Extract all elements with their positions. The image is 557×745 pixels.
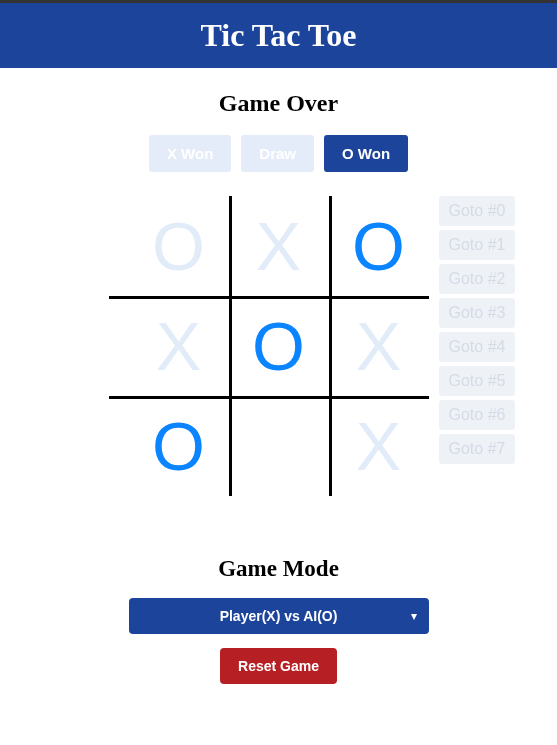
cell-4[interactable]: O [229, 296, 329, 396]
main-container: Game Over X Won Draw O Won O X O X O X O… [0, 90, 557, 724]
cell-7[interactable] [229, 396, 329, 496]
mode-select-wrap: Player(X) vs AI(O) [129, 598, 429, 634]
history-goto-6[interactable]: Goto #6 [439, 400, 516, 430]
game-status: Game Over [0, 90, 557, 117]
reset-button[interactable]: Reset Game [220, 648, 337, 684]
game-area: O X O X O X O X Goto #0 Goto #1 Goto [0, 196, 557, 496]
reset-row: Reset Game [0, 648, 557, 684]
mode-select[interactable]: Player(X) vs AI(O) [129, 598, 429, 634]
history-goto-4[interactable]: Goto #4 [439, 332, 516, 362]
cell-0[interactable]: O [129, 196, 229, 296]
game-board: O X O X O X O X [129, 196, 429, 496]
result-o-won[interactable]: O Won [324, 135, 408, 172]
board-wrapper: O X O X O X O X [129, 196, 429, 496]
history-goto-2[interactable]: Goto #2 [439, 264, 516, 294]
history-goto-1[interactable]: Goto #1 [439, 230, 516, 260]
app-header: Tic Tac Toe [0, 0, 557, 68]
cell-6[interactable]: O [129, 396, 229, 496]
result-draw[interactable]: Draw [241, 135, 314, 172]
result-button-row: X Won Draw O Won [0, 135, 557, 172]
history-goto-7[interactable]: Goto #7 [439, 434, 516, 464]
mode-select-row: Player(X) vs AI(O) [0, 598, 557, 634]
history-goto-3[interactable]: Goto #3 [439, 298, 516, 328]
cell-1[interactable]: X [229, 196, 329, 296]
cell-3[interactable]: X [129, 296, 229, 396]
cell-2[interactable]: O [329, 196, 429, 296]
history-goto-5[interactable]: Goto #5 [439, 366, 516, 396]
result-x-won[interactable]: X Won [149, 135, 231, 172]
cell-5[interactable]: X [329, 296, 429, 396]
history-goto-0[interactable]: Goto #0 [439, 196, 516, 226]
app-title: Tic Tac Toe [201, 17, 357, 53]
cell-8[interactable]: X [329, 396, 429, 496]
game-mode-heading: Game Mode [0, 556, 557, 582]
history-panel: Goto #0 Goto #1 Goto #2 Goto #3 Goto #4 … [439, 196, 516, 464]
